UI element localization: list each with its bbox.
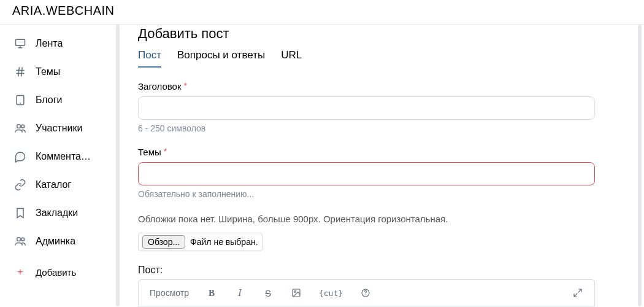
tablet-icon (13, 93, 27, 107)
sidebar-item-label: Админка (36, 236, 75, 247)
sidebar-item-label: Коммента… (36, 151, 91, 162)
sidebar-item-label: Участники (36, 123, 82, 134)
sidebar-item-label: Лента (36, 38, 63, 49)
sidebar-add-label: Добавить (36, 267, 76, 278)
browse-button[interactable]: Обзор... (142, 235, 185, 249)
tab-post[interactable]: Пост (138, 49, 161, 68)
svg-point-5 (21, 238, 25, 241)
topics-label: Темы * (138, 147, 626, 157)
sidebar-item-bookmarks[interactable]: Закладки (0, 199, 120, 227)
comment-icon (13, 150, 27, 163)
post-label: Пост: (138, 265, 626, 276)
editor-toolbar: Просмотр B I S {cut} (138, 279, 595, 306)
bold-button[interactable]: B (206, 288, 217, 298)
cut-button[interactable]: {cut} (319, 289, 343, 298)
svg-point-9 (366, 295, 366, 295)
italic-button[interactable]: I (234, 287, 245, 298)
tab-qa[interactable]: Вопросы и ответы (177, 49, 265, 68)
file-status: Файл не выбран. (190, 237, 258, 247)
bookmark-icon (13, 206, 27, 220)
sidebar-item-blogs[interactable]: Блоги (0, 86, 120, 114)
topics-input[interactable] (138, 162, 595, 185)
sidebar-item-comments[interactable]: Коммента… (0, 142, 120, 171)
hash-icon (13, 65, 27, 79)
svg-point-2 (17, 125, 21, 128)
sidebar-item-members[interactable]: Участники (0, 114, 120, 142)
sidebar-item-label: Каталог (36, 179, 71, 190)
brand-title: ARIA.WEBCHAIN (0, 0, 644, 24)
tab-url[interactable]: URL (281, 49, 302, 68)
monitor-icon (13, 37, 27, 50)
sidebar-item-label: Темы (36, 66, 60, 77)
page-title: Добавить пост (138, 26, 626, 42)
topics-hint: Обязательно к заполнению... (138, 189, 626, 199)
preview-button[interactable]: Просмотр (150, 288, 189, 298)
sidebar-item-label: Блоги (36, 95, 63, 106)
svg-point-4 (17, 238, 21, 241)
sidebar-item-feed[interactable]: Лента (0, 29, 120, 58)
cover-hint: Обложки пока нет. Ширина, больше 900рх. … (138, 214, 626, 224)
sidebar-add-button[interactable]: + Добавить (0, 255, 120, 284)
title-input[interactable] (138, 96, 595, 120)
main-content: Добавить пост Пост Вопросы и ответы URL … (120, 24, 644, 306)
strike-button[interactable]: S (263, 288, 274, 298)
sidebar-item-topics[interactable]: Темы (0, 58, 120, 86)
svg-rect-0 (16, 39, 25, 45)
sidebar-item-catalog[interactable]: Каталог (0, 171, 120, 199)
title-hint: 6 - 250 символов (138, 123, 626, 133)
tabs: Пост Вопросы и ответы URL (138, 49, 626, 68)
sidebar-item-admin[interactable]: Админка (0, 227, 120, 255)
sidebar: Лента Темы Блоги Участники (0, 24, 120, 306)
svg-point-3 (21, 125, 25, 128)
users-icon (13, 122, 27, 135)
plus-icon: + (13, 266, 27, 278)
title-label: Заголовок * (138, 81, 626, 91)
sidebar-item-label: Закладки (36, 208, 78, 219)
users-icon (13, 235, 27, 248)
expand-button[interactable] (572, 288, 583, 298)
help-button[interactable] (360, 288, 371, 298)
image-button[interactable] (291, 288, 302, 298)
svg-point-7 (294, 291, 296, 293)
file-input-wrap[interactable]: Обзор... Файл не выбран. (138, 233, 263, 251)
link-icon (13, 178, 27, 192)
